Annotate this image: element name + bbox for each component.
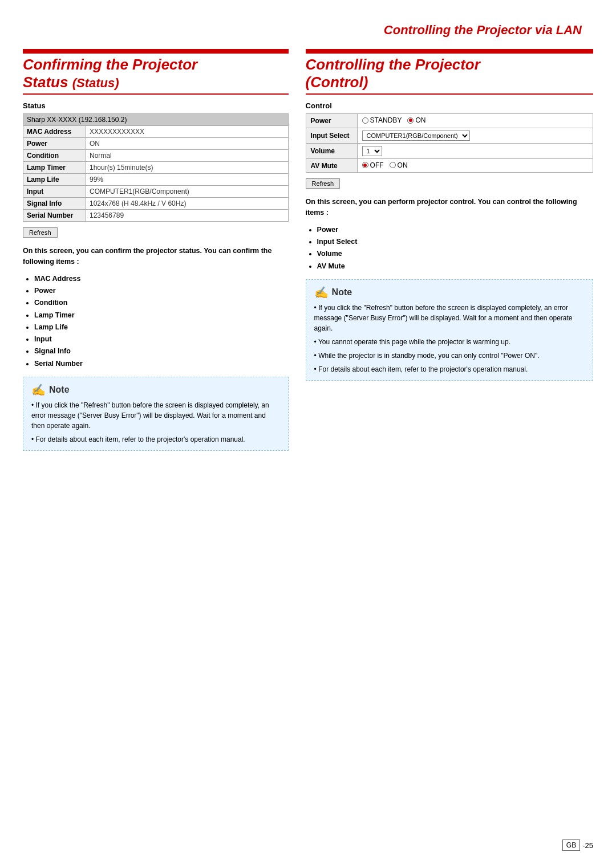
power-standby-option[interactable]: STANDBY: [362, 116, 402, 124]
input-control[interactable]: COMPUTER1(RGB/Component): [357, 128, 593, 143]
page-title: Controlling the Projector via LAN: [384, 23, 582, 38]
table-header: Sharp XX-XXXX (192.168.150.2): [23, 114, 289, 126]
list-item: Condition: [34, 297, 289, 309]
avmute-label: AV Mute: [306, 158, 357, 173]
right-title-line2: (Control): [306, 74, 368, 91]
list-item: Power: [317, 224, 593, 236]
right-note-item-4: • For details about each item, refer to …: [314, 364, 585, 374]
right-note-box: ✍ Note • If you click the "Refresh" butt…: [306, 279, 593, 381]
right-body-text: On this screen, you can perform projecto…: [306, 197, 593, 218]
table-row: Serial Number 123456789: [23, 210, 289, 222]
left-refresh-button[interactable]: Refresh: [23, 227, 58, 238]
left-column: Confirming the Projector Status (Status)…: [23, 49, 289, 451]
power-standby-label: STANDBY: [370, 116, 402, 124]
right-note-item-1: • If you click the "Refresh" button befo…: [314, 303, 585, 333]
right-title-line1: Controlling the Projector: [306, 56, 480, 73]
avmute-on-option[interactable]: ON: [390, 161, 408, 169]
input-label: Input Select: [306, 128, 357, 143]
left-red-bar: [23, 49, 289, 54]
right-column: Controlling the Projector (Control) Cont…: [306, 49, 593, 451]
page-number: GB -25: [562, 840, 593, 851]
left-note-box: ✍ Note • If you click the "Refresh" butt…: [23, 377, 289, 451]
table-row: MAC Address XXXXXXXXXXXX: [23, 126, 289, 138]
power-standby-radio[interactable]: [362, 117, 368, 124]
left-title-line2: Status: [23, 74, 68, 91]
table-row: Lamp Timer 1hour(s) 15minute(s): [23, 162, 289, 174]
list-item: Serial Number: [34, 358, 289, 370]
power-radio-group[interactable]: STANDBY ON: [362, 116, 426, 124]
list-item: Input: [34, 333, 289, 345]
left-bullet-list: MAC Address Power Condition Lamp Timer L…: [34, 273, 289, 370]
avmute-on-label: ON: [398, 161, 408, 169]
right-note-header: ✍ Note: [314, 286, 585, 299]
control-row-power: Power STANDBY ON: [306, 114, 593, 128]
power-control[interactable]: STANDBY ON: [357, 114, 593, 128]
right-note-icon: ✍: [314, 286, 329, 299]
avmute-off-label: OFF: [370, 161, 384, 169]
two-column-layout: Confirming the Projector Status (Status)…: [23, 49, 593, 451]
right-note-item-3: • While the projector is in standby mode…: [314, 351, 585, 361]
left-body-text: On this screen, you can confirm the proj…: [23, 246, 289, 267]
control-row-volume: Volume 1: [306, 143, 593, 158]
control-row-avmute: AV Mute OFF ON: [306, 158, 593, 173]
avmute-radio-group[interactable]: OFF ON: [362, 161, 408, 169]
volume-select[interactable]: 1: [362, 146, 382, 156]
control-table: Power STANDBY ON: [306, 113, 593, 173]
power-on-option[interactable]: ON: [407, 116, 425, 124]
table-row: Condition Normal: [23, 150, 289, 162]
list-item: Volume: [317, 248, 593, 260]
control-row-input: Input Select COMPUTER1(RGB/Component): [306, 128, 593, 143]
right-divider: [306, 93, 593, 95]
input-select[interactable]: COMPUTER1(RGB/Component): [362, 131, 470, 141]
avmute-off-radio[interactable]: [362, 162, 368, 168]
note-icon: ✍: [31, 383, 46, 397]
left-title-subtitle: (Status): [72, 76, 119, 90]
right-note-item-2: • You cannot operate this page while the…: [314, 337, 585, 347]
right-red-bar: [306, 49, 593, 54]
avmute-on-radio[interactable]: [390, 162, 396, 168]
power-label: Power: [306, 114, 357, 128]
avmute-control[interactable]: OFF ON: [357, 158, 593, 173]
right-refresh-button[interactable]: Refresh: [306, 178, 341, 189]
left-note-header: ✍ Note: [31, 383, 280, 397]
avmute-off-option[interactable]: OFF: [362, 161, 384, 169]
power-on-label: ON: [415, 116, 425, 124]
right-note-label: Note: [332, 287, 352, 298]
list-item: Lamp Life: [34, 321, 289, 333]
volume-label: Volume: [306, 143, 357, 158]
left-divider: [23, 93, 289, 95]
right-section-title: Controlling the Projector (Control): [306, 56, 593, 91]
page-wrapper: Controlling the Projector via LAN Confir…: [0, 0, 616, 868]
page-header: Controlling the Projector via LAN: [23, 23, 593, 38]
left-sub-label: Status: [23, 101, 289, 110]
left-section-title: Confirming the Projector Status (Status): [23, 56, 289, 91]
list-item: Signal Info: [34, 345, 289, 357]
list-item: Input Select: [317, 236, 593, 248]
left-note-item-1: • If you click the "Refresh" button befo…: [31, 400, 280, 431]
table-row: Signal Info 1024x768 (H 48.4kHz / V 60Hz…: [23, 198, 289, 210]
table-row: Lamp Life 99%: [23, 174, 289, 186]
table-row: Input COMPUTER1(RGB/Component): [23, 186, 289, 198]
power-on-radio[interactable]: [407, 117, 414, 124]
list-item: AV Mute: [317, 260, 593, 272]
list-item: MAC Address: [34, 273, 289, 285]
left-title-line1: Confirming the Projector: [23, 56, 197, 73]
right-sub-label: Control: [306, 101, 593, 110]
table-row: Power ON: [23, 138, 289, 150]
list-item: Power: [34, 285, 289, 297]
left-note-item-2: • For details about each item, refer to …: [31, 434, 280, 445]
left-note-label: Note: [49, 385, 70, 395]
page-num-box: GB: [562, 840, 580, 851]
volume-control[interactable]: 1: [357, 143, 593, 158]
list-item: Lamp Timer: [34, 309, 289, 321]
status-table: Sharp XX-XXXX (192.168.150.2) MAC Addres…: [23, 113, 289, 222]
page-num-value: -25: [582, 841, 593, 850]
right-bullet-list: Power Input Select Volume AV Mute: [317, 224, 593, 272]
